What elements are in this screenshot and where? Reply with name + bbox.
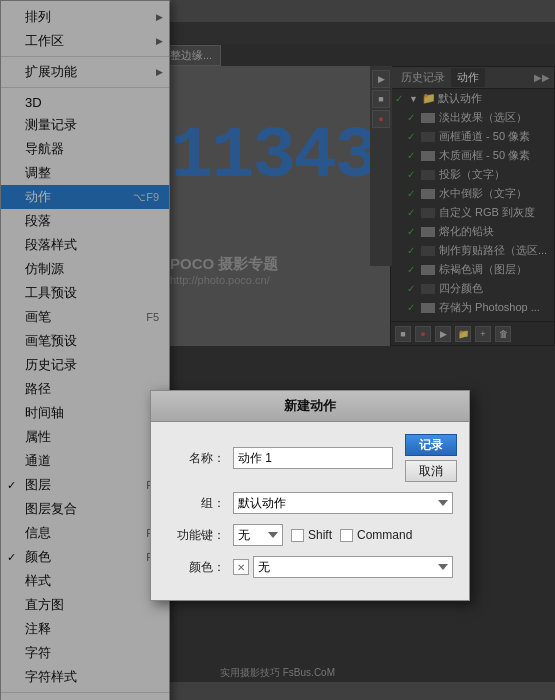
shift-checkbox-row: Shift	[291, 528, 332, 542]
dialog-body: 名称： 记录 取消 组： 默认动作 功能键： 无 Shift	[151, 422, 469, 600]
name-input[interactable]	[233, 447, 393, 469]
record-cancel-group: 记录 取消	[405, 434, 457, 482]
command-checkbox[interactable]	[340, 529, 353, 542]
group-select[interactable]: 默认动作	[233, 492, 453, 514]
cancel-button[interactable]: 取消	[405, 460, 457, 482]
hotkey-label: 功能键：	[167, 527, 225, 544]
shift-label: Shift	[308, 528, 332, 542]
color-label: 颜色：	[167, 559, 225, 576]
hotkey-select[interactable]: 无	[233, 524, 283, 546]
dialog-hotkey-row: 功能键： 无 Shift Command	[167, 524, 453, 546]
new-action-dialog: 新建动作 名称： 记录 取消 组： 默认动作 功能键： 无 S	[150, 390, 470, 601]
command-checkbox-row: Command	[340, 528, 412, 542]
dialog-name-row: 名称： 记录 取消	[167, 434, 453, 482]
color-select[interactable]: 无	[253, 556, 453, 578]
dialog-group-row: 组： 默认动作	[167, 492, 453, 514]
dialog-color-row: 颜色： ✕ 无	[167, 556, 453, 578]
dialog-title: 新建动作	[151, 391, 469, 422]
name-label: 名称：	[167, 450, 225, 467]
shift-checkbox[interactable]	[291, 529, 304, 542]
group-label: 组：	[167, 495, 225, 512]
color-x-icon: ✕	[233, 559, 249, 575]
record-button[interactable]: 记录	[405, 434, 457, 456]
command-label: Command	[357, 528, 412, 542]
